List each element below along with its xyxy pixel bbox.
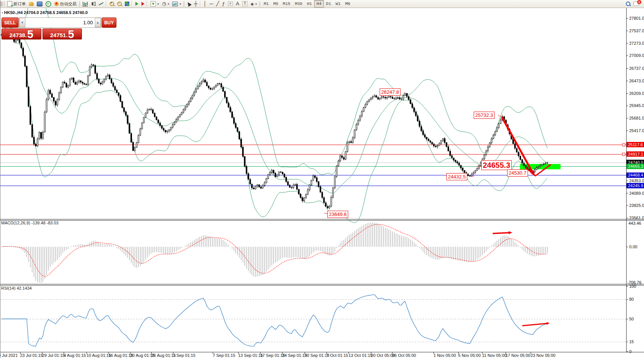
chat-icon: 1: [633, 2, 639, 6]
price-annotation-23649.6[interactable]: 23649.6: [327, 211, 348, 218]
macd-panel[interactable]: [0, 221, 644, 284]
text-button[interactable]: A: [234, 0, 241, 8]
trendline-button[interactable]: ╱: [215, 0, 221, 8]
bar-chart-button[interactable]: [81, 0, 90, 8]
price-annotation-24432.5[interactable]: 24432.5: [446, 173, 467, 180]
toolbar-grip[interactable]: [3, 1, 5, 6]
indicators-button[interactable]: ▾: [149, 0, 160, 8]
buy-price-big-digit: 5: [68, 30, 74, 39]
new-order-button[interactable]: 新订单: [6, 0, 27, 8]
volume-up-button[interactable]: ▲: [95, 18, 101, 27]
sell-price[interactable]: 24738.5: [2, 28, 41, 39]
buy-price-dot: .: [66, 32, 68, 39]
zoom-out-button[interactable]: −: [116, 0, 123, 8]
zoom-in-button[interactable]: +: [108, 0, 116, 8]
timeframe-group: M1M5M15M30H1H4D1W1MN: [261, 0, 352, 8]
timeframe-M15[interactable]: M15: [281, 0, 293, 8]
gold-icon: [28, 2, 34, 6]
volume-input[interactable]: [25, 18, 95, 27]
algo-trading-label: 自动交易: [60, 1, 77, 7]
toolbar-grip[interactable]: [183, 1, 185, 6]
indicators-icon: [151, 1, 156, 6]
buy-price-main: 24751: [50, 32, 66, 39]
volume-down-button[interactable]: ▼: [19, 18, 25, 27]
tile-windows-button[interactable]: [123, 0, 131, 8]
template-icon: [172, 2, 178, 6]
chart-title: ▪HK50-,H4 24704.0 24758.5 24658.5 24740.…: [2, 10, 88, 15]
line-chart-button[interactable]: [97, 0, 105, 8]
one-click-trading-panel: SELL ▼ ▲ BUY 24738.5 24751.5: [2, 17, 82, 39]
price-annotation-25732.3[interactable]: 25732.3: [474, 112, 495, 119]
channel-button[interactable]: F: [226, 0, 234, 8]
timeframe-D1[interactable]: D1: [324, 0, 333, 8]
price-annotation-24655.3[interactable]: 24655.3: [481, 160, 512, 170]
signals-button[interactable]: [44, 0, 53, 8]
cursor-icon: [186, 1, 192, 7]
price-annotation-24530.7[interactable]: 24530.7: [507, 169, 528, 177]
candle-chart-icon: [91, 2, 96, 6]
toolbar-grip[interactable]: [259, 1, 261, 6]
panel-divider[interactable]: [0, 219, 644, 221]
signals-icon: [46, 1, 51, 7]
sell-price-big-digit: 5: [27, 30, 33, 39]
sell-button[interactable]: SELL: [2, 17, 19, 28]
timeframe-M30[interactable]: M30: [292, 0, 305, 8]
market-watch-button[interactable]: [27, 0, 35, 8]
tile-windows-icon: [125, 2, 129, 6]
main-toolbar: 新订单 自动交易 + − ▾ ◷▾ ▾ ┼ │ ─ ╱ ƒ F A T ◈▾ M…: [0, 0, 644, 8]
volume-stepper: ▼ ▲: [19, 17, 101, 28]
new-order-label: 新订单: [13, 1, 26, 7]
auto-scroll-icon: [135, 2, 138, 6]
sell-price-dot: .: [25, 32, 27, 39]
chevron-down-icon: ▾: [157, 2, 159, 6]
timeframe-M1[interactable]: M1: [261, 0, 271, 8]
notification-badge: 1: [637, 0, 641, 4]
rsi-panel[interactable]: [0, 285, 644, 352]
vertical-line-button[interactable]: │: [202, 0, 208, 8]
fibonacci-button[interactable]: ƒ: [221, 0, 226, 8]
virtual-hosting-button[interactable]: [35, 0, 44, 8]
search-icon: [626, 2, 630, 6]
timeframe-H4[interactable]: H4: [314, 0, 324, 8]
separator: [200, 1, 201, 7]
symbol-marker-icon: ▪: [2, 11, 3, 14]
timeframe-M5[interactable]: M5: [271, 0, 280, 8]
buy-button[interactable]: BUY: [102, 17, 116, 28]
symbol-ohlc-text: HK50-,H4 24704.0 24758.5 24658.5 24740.0: [4, 10, 88, 15]
notifications-button[interactable]: 1: [632, 0, 641, 8]
clock-icon: ◷: [162, 0, 166, 7]
algo-trading-icon: [54, 2, 59, 6]
templates-button[interactable]: ▾: [171, 0, 182, 8]
hosting-icon: [37, 2, 42, 6]
time-axis[interactable]: [0, 352, 644, 358]
price-annotation-26247.8[interactable]: 26247.8: [380, 88, 401, 96]
separator: [147, 1, 148, 7]
toolbar-grip[interactable]: [79, 1, 80, 6]
rsi-label: RSI(14) 42.1434: [1, 286, 32, 290]
horizontal-line-button[interactable]: ─: [208, 0, 215, 8]
chart-shift-button[interactable]: [140, 0, 146, 8]
chart-shift-icon: [141, 2, 145, 6]
auto-scroll-button[interactable]: [134, 0, 140, 8]
crosshair-button[interactable]: ┼: [192, 0, 199, 8]
line-chart-icon: [99, 2, 104, 6]
algo-trading-button[interactable]: 自动交易: [53, 0, 78, 8]
timeframe-H1[interactable]: H1: [305, 0, 314, 8]
label-button[interactable]: T: [241, 0, 249, 8]
search-button[interactable]: [624, 0, 632, 8]
channel-icon: F: [228, 2, 233, 6]
zoom-in-icon: +: [110, 2, 114, 6]
timeframe-MN[interactable]: MN: [343, 0, 352, 8]
timeframe-W1[interactable]: W1: [333, 0, 343, 8]
separator: [106, 1, 107, 7]
buy-price[interactable]: 24751.5: [42, 28, 82, 39]
new-order-icon: [7, 1, 12, 7]
candle-chart-button[interactable]: [90, 0, 97, 8]
main-chart-panel[interactable]: [0, 8, 644, 219]
crosshair-icon: ┼: [194, 0, 197, 7]
cursor-button[interactable]: [185, 0, 192, 8]
shapes-button[interactable]: ◈▾: [249, 0, 258, 8]
panel-divider[interactable]: [0, 284, 644, 285]
periods-button[interactable]: ◷▾: [160, 0, 171, 8]
chevron-down-icon: ▾: [255, 2, 257, 6]
